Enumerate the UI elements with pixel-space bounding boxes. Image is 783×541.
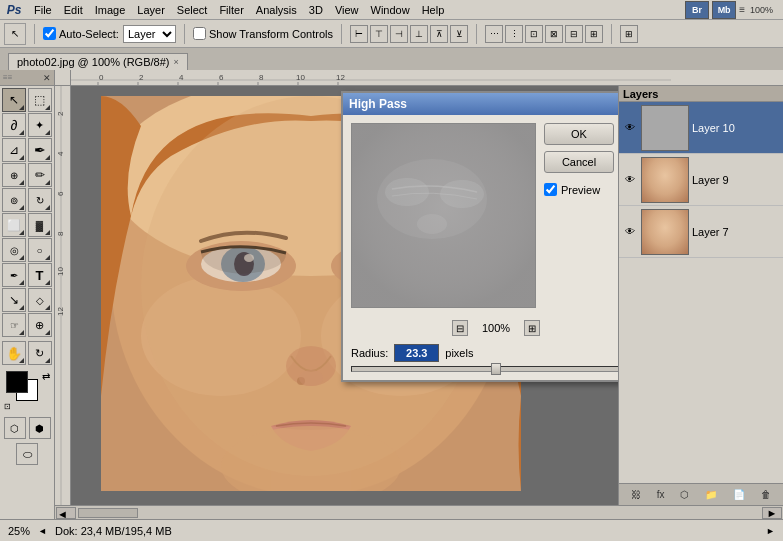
menu-file[interactable]: File (28, 2, 58, 18)
mini-bridge-icon[interactable]: Mb (712, 1, 736, 19)
transform-controls-checkbox[interactable] (193, 27, 206, 40)
magic-wand-btn[interactable]: ✦ (28, 113, 52, 137)
preview-option: Preview (544, 183, 614, 196)
layer-10-name: Layer 10 (692, 122, 780, 134)
auto-align-btn[interactable]: ⊞ (620, 25, 638, 43)
high-pass-dialog[interactable]: High Pass ✕ (341, 91, 618, 382)
layer-10-visibility[interactable]: 👁 (622, 120, 638, 136)
clone-tool-btn[interactable]: ⊚ (2, 188, 26, 212)
layers-panel: Layers 👁 Layer 10 👁 Layer 9 (618, 86, 783, 505)
main-area: ≡≡ ✕ ↖ ⬚ ∂ ✦ ⊿ ✒ ⊕ ✏ ⊚ ↻ ⬜ ▓ ◎ ○ ✒ (0, 70, 783, 519)
quick-mask-btn[interactable]: ⬡ (4, 417, 26, 439)
layer-row-9[interactable]: 👁 Layer 9 (619, 154, 783, 206)
cancel-button[interactable]: Cancel (544, 151, 614, 173)
tab-close-btn[interactable]: × (173, 57, 178, 67)
distribute-btn-2[interactable]: ⋮ (505, 25, 523, 43)
new-layer-btn[interactable]: 📄 (733, 489, 745, 500)
heal-tool-btn[interactable]: ⊕ (2, 163, 26, 187)
scroll-thumb-h[interactable] (78, 508, 138, 518)
menu-edit[interactable]: Edit (58, 2, 89, 18)
svg-text:2: 2 (139, 73, 144, 82)
align-btn-5[interactable]: ⊼ (430, 25, 448, 43)
slider-thumb[interactable] (491, 363, 501, 375)
menu-analysis[interactable]: Analysis (250, 2, 303, 18)
menu-image[interactable]: Image (89, 2, 132, 18)
scrollbar-horizontal[interactable]: ◄ ► (55, 505, 783, 519)
add-mask-btn[interactable]: ⬡ (680, 489, 689, 500)
dialog-preview[interactable] (351, 123, 536, 308)
menu-select[interactable]: Select (171, 2, 214, 18)
preview-checkbox[interactable] (544, 183, 557, 196)
align-btn-3[interactable]: ⊣ (390, 25, 408, 43)
status-arrow-right[interactable]: ► (766, 526, 775, 536)
zoom-btn[interactable]: ⊕ (28, 313, 52, 337)
menu-3d[interactable]: 3D (303, 2, 329, 18)
brush-tool-btn[interactable]: ✏ (28, 163, 52, 187)
layer-10-thumbnail (642, 106, 688, 150)
align-btn-2[interactable]: ⊤ (370, 25, 388, 43)
eraser-tool-btn[interactable]: ⬜ (2, 213, 26, 237)
dodge-tool-btn[interactable]: ○ (28, 238, 52, 262)
distribute-btn-1[interactable]: ⋯ (485, 25, 503, 43)
layer-row-10[interactable]: 👁 Layer 10 (619, 102, 783, 154)
menu-help[interactable]: Help (416, 2, 451, 18)
auto-select-checkbox[interactable] (43, 27, 56, 40)
foreground-color-swatch[interactable] (6, 371, 28, 393)
scroll-left-btn[interactable]: ◄ (56, 507, 76, 519)
new-group-btn[interactable]: 📁 (705, 489, 717, 500)
scroll-right-btn[interactable]: ► (762, 507, 782, 519)
radius-slider[interactable] (351, 366, 618, 372)
hand-tool-btn[interactable]: ✋ (2, 341, 26, 365)
gradient-tool-btn[interactable]: ▓ (28, 213, 52, 237)
align-btn-4[interactable]: ⊥ (410, 25, 428, 43)
document-tab[interactable]: photo02.jpg @ 100% (RGB/8#) × (8, 53, 188, 70)
align-btn-1[interactable]: ⊢ (350, 25, 368, 43)
menu-window[interactable]: Window (365, 2, 416, 18)
distribute-btn-3[interactable]: ⊡ (525, 25, 543, 43)
delete-layer-btn[interactable]: 🗑 (761, 489, 771, 500)
zoom-out-btn[interactable]: ⊟ (452, 320, 468, 336)
layer-7-visibility[interactable]: 👁 (622, 224, 638, 240)
zoom-in-btn[interactable]: ⊞ (524, 320, 540, 336)
notes-btn[interactable]: ☞ (2, 313, 26, 337)
pen-tool-btn[interactable]: ✒ (2, 263, 26, 287)
marquee-tool-btn[interactable]: ⬚ (28, 88, 52, 112)
bridge-icon[interactable]: Br (685, 1, 709, 19)
crop-tool-btn[interactable]: ⊿ (2, 138, 26, 162)
status-arrow-left[interactable]: ◄ (38, 526, 47, 536)
distribute-btn-4[interactable]: ⊠ (545, 25, 563, 43)
reset-colors-btn[interactable]: ⊡ (4, 402, 11, 411)
eyedropper-btn[interactable]: ✒ (28, 138, 52, 162)
lasso-tool-btn[interactable]: ∂ (2, 113, 26, 137)
history-brush-btn[interactable]: ↻ (28, 188, 52, 212)
align-btn-6[interactable]: ⊻ (450, 25, 468, 43)
radius-input[interactable] (394, 344, 439, 362)
distribute-btn-6[interactable]: ⊞ (585, 25, 603, 43)
type-tool-btn[interactable]: T (28, 263, 52, 287)
layer-9-visibility[interactable]: 👁 (622, 172, 638, 188)
blur-tool-btn[interactable]: ◎ (2, 238, 26, 262)
layer-dropdown[interactable]: Layer Group (123, 25, 176, 43)
history-icon: ↻ (36, 195, 44, 206)
add-style-btn[interactable]: fx (657, 489, 665, 500)
swap-colors-btn[interactable]: ⇄ (42, 371, 50, 382)
canvas-scroll-area[interactable]: High Pass ✕ (71, 86, 618, 505)
move-tool-option[interactable]: ↖ (4, 23, 26, 45)
top-ruler-row: 0 2 4 6 8 10 12 (55, 70, 783, 86)
menu-view[interactable]: View (329, 2, 365, 18)
menu-layer[interactable]: Layer (131, 2, 171, 18)
toolbox-close-btn[interactable]: ✕ (43, 73, 51, 83)
distribute-btn-5[interactable]: ⊟ (565, 25, 583, 43)
shape-tool-btn[interactable]: ◇ (28, 288, 52, 312)
link-layers-btn[interactable]: ⛓ (631, 489, 641, 500)
menu-filter[interactable]: Filter (213, 2, 249, 18)
rotate-tool-btn[interactable]: ↻ (28, 341, 52, 365)
path-select-btn[interactable]: ↘ (2, 288, 26, 312)
pen-icon: ✒ (10, 270, 18, 281)
scroll-track-h[interactable] (78, 508, 760, 518)
ok-button[interactable]: OK (544, 123, 614, 145)
move-tool-btn[interactable]: ↖ (2, 88, 26, 112)
layer-row-7[interactable]: 👁 Layer 7 (619, 206, 783, 258)
screen-cycle-btn[interactable]: ⬭ (16, 443, 38, 465)
screen-mode-btn[interactable]: ⬢ (29, 417, 51, 439)
